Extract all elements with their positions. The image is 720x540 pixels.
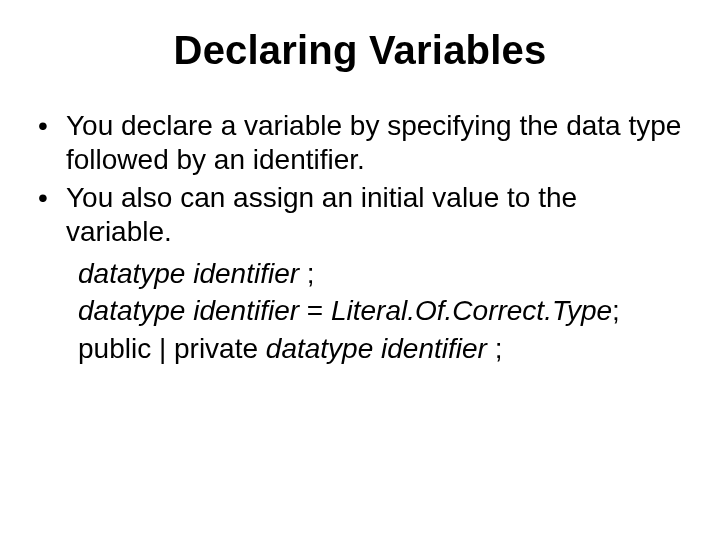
syntax-line: datatype identifier ; [78,256,690,292]
slide-title: Declaring Variables [30,28,690,73]
syntax-text: ; [487,333,503,364]
syntax-line: public | private datatype identifier ; [78,331,690,367]
syntax-block: datatype identifier ; datatype identifie… [30,256,690,367]
syntax-text: = [299,295,331,326]
syntax-text: ; [612,295,620,326]
syntax-line: datatype identifier = Literal.Of.Correct… [78,293,690,329]
bullet-list: You declare a variable by specifying the… [30,109,690,250]
syntax-text: ; [299,258,315,289]
syntax-italic: Literal.Of.Correct.Type [331,295,612,326]
syntax-italic: datatype identifier [78,295,299,326]
bullet-item: You also can assign an initial value to … [36,181,690,249]
slide: Declaring Variables You declare a variab… [0,0,720,540]
syntax-italic: datatype identifier [78,258,299,289]
bullet-item: You declare a variable by specifying the… [36,109,690,177]
syntax-text: public | private [78,333,266,364]
syntax-italic: datatype identifier [266,333,487,364]
